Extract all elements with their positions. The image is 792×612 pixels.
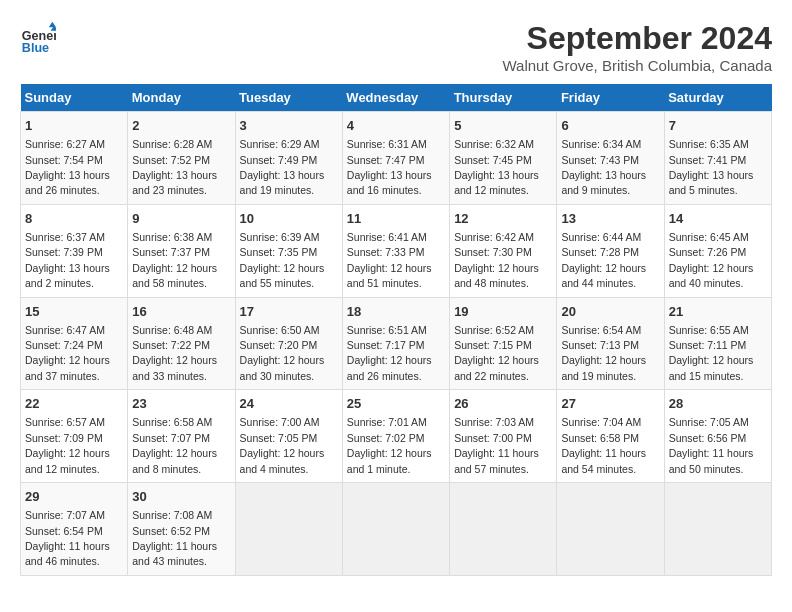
calendar-week-row: 29 Sunrise: 7:07 AMSunset: 6:54 PMDaylig…	[21, 483, 772, 576]
day-info: Sunrise: 6:50 AMSunset: 7:20 PMDaylight:…	[240, 324, 325, 382]
logo-icon: General Blue	[20, 20, 56, 56]
day-info: Sunrise: 6:55 AMSunset: 7:11 PMDaylight:…	[669, 324, 754, 382]
calendar-cell: 23 Sunrise: 6:58 AMSunset: 7:07 PMDaylig…	[128, 390, 235, 483]
day-info: Sunrise: 6:38 AMSunset: 7:37 PMDaylight:…	[132, 231, 217, 289]
calendar-cell: 3 Sunrise: 6:29 AMSunset: 7:49 PMDayligh…	[235, 112, 342, 205]
calendar-cell: 12 Sunrise: 6:42 AMSunset: 7:30 PMDaylig…	[450, 204, 557, 297]
day-number: 25	[347, 395, 445, 413]
day-info: Sunrise: 6:41 AMSunset: 7:33 PMDaylight:…	[347, 231, 432, 289]
day-number: 24	[240, 395, 338, 413]
day-info: Sunrise: 7:03 AMSunset: 7:00 PMDaylight:…	[454, 416, 539, 474]
day-info: Sunrise: 6:42 AMSunset: 7:30 PMDaylight:…	[454, 231, 539, 289]
day-number: 11	[347, 210, 445, 228]
calendar-cell: 9 Sunrise: 6:38 AMSunset: 7:37 PMDayligh…	[128, 204, 235, 297]
title-area: September 2024 Walnut Grove, British Col…	[502, 20, 772, 74]
calendar-cell: 2 Sunrise: 6:28 AMSunset: 7:52 PMDayligh…	[128, 112, 235, 205]
day-info: Sunrise: 6:58 AMSunset: 7:07 PMDaylight:…	[132, 416, 217, 474]
day-info: Sunrise: 7:04 AMSunset: 6:58 PMDaylight:…	[561, 416, 646, 474]
day-info: Sunrise: 6:32 AMSunset: 7:45 PMDaylight:…	[454, 138, 539, 196]
calendar-cell: 21 Sunrise: 6:55 AMSunset: 7:11 PMDaylig…	[664, 297, 771, 390]
calendar-cell: 4 Sunrise: 6:31 AMSunset: 7:47 PMDayligh…	[342, 112, 449, 205]
calendar-cell: 25 Sunrise: 7:01 AMSunset: 7:02 PMDaylig…	[342, 390, 449, 483]
column-header-wednesday: Wednesday	[342, 84, 449, 112]
day-number: 3	[240, 117, 338, 135]
calendar-cell	[664, 483, 771, 576]
column-header-tuesday: Tuesday	[235, 84, 342, 112]
calendar-cell: 14 Sunrise: 6:45 AMSunset: 7:26 PMDaylig…	[664, 204, 771, 297]
day-info: Sunrise: 6:47 AMSunset: 7:24 PMDaylight:…	[25, 324, 110, 382]
day-number: 22	[25, 395, 123, 413]
day-info: Sunrise: 6:34 AMSunset: 7:43 PMDaylight:…	[561, 138, 646, 196]
calendar-cell: 6 Sunrise: 6:34 AMSunset: 7:43 PMDayligh…	[557, 112, 664, 205]
svg-marker-2	[49, 22, 56, 27]
day-info: Sunrise: 6:54 AMSunset: 7:13 PMDaylight:…	[561, 324, 646, 382]
calendar-cell: 24 Sunrise: 7:00 AMSunset: 7:05 PMDaylig…	[235, 390, 342, 483]
calendar-week-row: 8 Sunrise: 6:37 AMSunset: 7:39 PMDayligh…	[21, 204, 772, 297]
page-subtitle: Walnut Grove, British Columbia, Canada	[502, 57, 772, 74]
day-number: 20	[561, 303, 659, 321]
svg-text:Blue: Blue	[22, 41, 49, 55]
day-number: 18	[347, 303, 445, 321]
day-info: Sunrise: 6:44 AMSunset: 7:28 PMDaylight:…	[561, 231, 646, 289]
calendar-week-row: 22 Sunrise: 6:57 AMSunset: 7:09 PMDaylig…	[21, 390, 772, 483]
day-number: 26	[454, 395, 552, 413]
day-number: 10	[240, 210, 338, 228]
day-number: 12	[454, 210, 552, 228]
day-info: Sunrise: 6:39 AMSunset: 7:35 PMDaylight:…	[240, 231, 325, 289]
calendar-cell: 28 Sunrise: 7:05 AMSunset: 6:56 PMDaylig…	[664, 390, 771, 483]
day-info: Sunrise: 6:35 AMSunset: 7:41 PMDaylight:…	[669, 138, 754, 196]
header: General Blue September 2024 Walnut Grove…	[20, 20, 772, 74]
day-info: Sunrise: 6:31 AMSunset: 7:47 PMDaylight:…	[347, 138, 432, 196]
calendar-cell: 18 Sunrise: 6:51 AMSunset: 7:17 PMDaylig…	[342, 297, 449, 390]
day-info: Sunrise: 6:52 AMSunset: 7:15 PMDaylight:…	[454, 324, 539, 382]
calendar-cell	[235, 483, 342, 576]
calendar-cell: 1 Sunrise: 6:27 AMSunset: 7:54 PMDayligh…	[21, 112, 128, 205]
day-info: Sunrise: 6:51 AMSunset: 7:17 PMDaylight:…	[347, 324, 432, 382]
calendar-week-row: 15 Sunrise: 6:47 AMSunset: 7:24 PMDaylig…	[21, 297, 772, 390]
day-info: Sunrise: 6:57 AMSunset: 7:09 PMDaylight:…	[25, 416, 110, 474]
day-info: Sunrise: 7:07 AMSunset: 6:54 PMDaylight:…	[25, 509, 110, 567]
day-number: 19	[454, 303, 552, 321]
logo: General Blue	[20, 20, 56, 56]
day-number: 7	[669, 117, 767, 135]
day-number: 28	[669, 395, 767, 413]
calendar-table: SundayMondayTuesdayWednesdayThursdayFrid…	[20, 84, 772, 576]
column-header-sunday: Sunday	[21, 84, 128, 112]
day-number: 2	[132, 117, 230, 135]
day-info: Sunrise: 6:37 AMSunset: 7:39 PMDaylight:…	[25, 231, 110, 289]
day-info: Sunrise: 6:29 AMSunset: 7:49 PMDaylight:…	[240, 138, 325, 196]
day-info: Sunrise: 6:48 AMSunset: 7:22 PMDaylight:…	[132, 324, 217, 382]
day-info: Sunrise: 7:05 AMSunset: 6:56 PMDaylight:…	[669, 416, 754, 474]
day-number: 15	[25, 303, 123, 321]
day-number: 9	[132, 210, 230, 228]
calendar-week-row: 1 Sunrise: 6:27 AMSunset: 7:54 PMDayligh…	[21, 112, 772, 205]
calendar-cell: 26 Sunrise: 7:03 AMSunset: 7:00 PMDaylig…	[450, 390, 557, 483]
day-number: 14	[669, 210, 767, 228]
day-info: Sunrise: 6:45 AMSunset: 7:26 PMDaylight:…	[669, 231, 754, 289]
day-number: 17	[240, 303, 338, 321]
calendar-cell: 11 Sunrise: 6:41 AMSunset: 7:33 PMDaylig…	[342, 204, 449, 297]
column-header-friday: Friday	[557, 84, 664, 112]
day-number: 13	[561, 210, 659, 228]
day-number: 16	[132, 303, 230, 321]
day-number: 29	[25, 488, 123, 506]
column-header-monday: Monday	[128, 84, 235, 112]
calendar-cell: 10 Sunrise: 6:39 AMSunset: 7:35 PMDaylig…	[235, 204, 342, 297]
day-number: 1	[25, 117, 123, 135]
calendar-cell	[342, 483, 449, 576]
calendar-cell: 30 Sunrise: 7:08 AMSunset: 6:52 PMDaylig…	[128, 483, 235, 576]
day-number: 30	[132, 488, 230, 506]
calendar-cell: 22 Sunrise: 6:57 AMSunset: 7:09 PMDaylig…	[21, 390, 128, 483]
calendar-cell: 17 Sunrise: 6:50 AMSunset: 7:20 PMDaylig…	[235, 297, 342, 390]
day-number: 23	[132, 395, 230, 413]
day-number: 5	[454, 117, 552, 135]
column-header-thursday: Thursday	[450, 84, 557, 112]
page-title: September 2024	[502, 20, 772, 57]
day-info: Sunrise: 7:08 AMSunset: 6:52 PMDaylight:…	[132, 509, 217, 567]
day-info: Sunrise: 7:01 AMSunset: 7:02 PMDaylight:…	[347, 416, 432, 474]
calendar-cell	[557, 483, 664, 576]
calendar-cell: 5 Sunrise: 6:32 AMSunset: 7:45 PMDayligh…	[450, 112, 557, 205]
day-number: 8	[25, 210, 123, 228]
calendar-header-row: SundayMondayTuesdayWednesdayThursdayFrid…	[21, 84, 772, 112]
calendar-cell: 8 Sunrise: 6:37 AMSunset: 7:39 PMDayligh…	[21, 204, 128, 297]
